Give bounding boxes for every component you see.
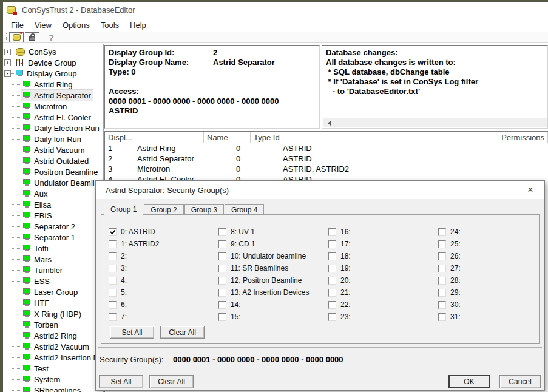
security-group-checkbox-row[interactable]: 6:: [109, 300, 218, 309]
checkbox[interactable]: [328, 277, 336, 285]
security-group-checkbox-row[interactable]: 1: ASTRID2: [109, 240, 218, 248]
security-group-checkbox-row[interactable]: 16:: [328, 228, 438, 236]
tab-set-all-button[interactable]: Set All: [110, 326, 154, 339]
checkbox[interactable]: [218, 289, 226, 297]
security-group-checkbox-row[interactable]: 24:: [438, 228, 548, 236]
checkbox[interactable]: [438, 265, 446, 272]
checkbox[interactable]: [328, 301, 336, 309]
tree-item[interactable]: Astrid Ring: [3, 79, 103, 90]
tree-item[interactable]: Astrid Outdated: [3, 155, 103, 166]
tree-item[interactable]: SRbeamlines: [3, 385, 103, 392]
checkbox[interactable]: [218, 228, 226, 236]
scroll-left-arrow-icon[interactable]: [325, 121, 331, 126]
security-group-checkbox-row[interactable]: 11: SR Beamlines: [218, 264, 328, 272]
group-tab[interactable]: Group 2: [144, 204, 183, 214]
security-group-checkbox-row[interactable]: 27:: [438, 264, 548, 272]
security-group-checkbox-row[interactable]: 30:: [438, 300, 548, 309]
tree-item[interactable]: + ConSys: [3, 46, 103, 57]
security-group-checkbox-row[interactable]: 19:: [328, 264, 438, 272]
tree-item[interactable]: Laser Group: [3, 286, 103, 297]
security-group-checkbox-row[interactable]: 0: ASTRID: [109, 228, 218, 236]
security-group-checkbox-row[interactable]: 12: Positron Beamline: [218, 276, 328, 285]
checkbox[interactable]: [328, 313, 336, 321]
column-header[interactable]: Permissions: [498, 132, 548, 143]
checkbox[interactable]: [218, 277, 226, 285]
tree-item[interactable]: + Device Group: [3, 57, 103, 68]
ok-button[interactable]: OK: [448, 375, 490, 388]
checkbox[interactable]: [328, 289, 336, 297]
security-group-checkbox-row[interactable]: 9: CD 1: [218, 240, 328, 248]
checkbox[interactable]: [218, 240, 226, 248]
tree-item[interactable]: System: [3, 374, 103, 385]
checkbox[interactable]: [438, 252, 446, 260]
security-group-checkbox-row[interactable]: 23:: [328, 313, 438, 321]
tree-expand-toggle[interactable]: +: [4, 59, 11, 66]
column-header[interactable]: Type Id: [251, 132, 498, 143]
security-group-checkbox-row[interactable]: 4:: [109, 276, 218, 285]
database-new-button[interactable]: *: [9, 32, 24, 42]
security-group-checkbox-row[interactable]: 26:: [438, 252, 548, 260]
security-group-checkbox-row[interactable]: 10: Undulator beamline: [218, 252, 328, 260]
column-header[interactable]: Displ...: [105, 132, 204, 143]
security-group-checkbox-row[interactable]: 14:: [218, 300, 328, 309]
checkbox[interactable]: [438, 313, 446, 321]
dialog-close-button[interactable]: ×: [523, 183, 538, 196]
checkbox[interactable]: [109, 252, 117, 260]
security-group-checkbox-row[interactable]: 3:: [109, 264, 218, 272]
tree-item[interactable]: Astrid2 Ring: [3, 330, 103, 341]
menu-item[interactable]: Options: [57, 19, 95, 31]
checkbox[interactable]: [218, 301, 226, 309]
security-group-checkbox-row[interactable]: 2:: [109, 252, 218, 260]
tree-item[interactable]: Daily Ion Run: [3, 133, 103, 144]
security-group-checkbox-row[interactable]: 21:: [328, 288, 438, 297]
menu-item[interactable]: Help: [124, 19, 152, 31]
group-tab[interactable]: Group 4: [225, 204, 264, 214]
security-group-checkbox-row[interactable]: 28:: [438, 276, 548, 285]
horizontal-scrollbar[interactable]: [323, 118, 547, 127]
security-group-checkbox-row[interactable]: 5:: [109, 288, 218, 297]
tree-item[interactable]: Torben: [3, 319, 103, 330]
tree-item[interactable]: Aux: [3, 188, 103, 199]
security-group-checkbox-row[interactable]: 8: UV 1: [218, 228, 328, 236]
toolbar-grip[interactable]: [5, 33, 7, 41]
checkbox[interactable]: [109, 240, 117, 248]
tree-item[interactable]: Test: [3, 363, 103, 374]
tree-item[interactable]: Astrid El. Cooler: [3, 112, 103, 123]
checkbox[interactable]: [218, 252, 226, 260]
menu-item[interactable]: Tools: [95, 19, 124, 31]
tree-item[interactable]: Undulator Beamline: [3, 177, 103, 188]
tree-item[interactable]: Elisa: [3, 199, 103, 210]
group-tab[interactable]: Group 1: [104, 203, 143, 215]
tree-expand-toggle[interactable]: +: [4, 49, 11, 55]
column-header[interactable]: Name: [204, 132, 251, 143]
tree-item[interactable]: HTF: [3, 297, 103, 308]
set-all-button[interactable]: Set All: [99, 375, 143, 388]
tree-item[interactable]: ESS: [3, 275, 103, 286]
security-group-checkbox-row[interactable]: 7:: [109, 313, 218, 321]
tree-item[interactable]: Microtron: [3, 101, 103, 112]
checkbox[interactable]: [109, 228, 117, 236]
cancel-button[interactable]: Cancel: [499, 375, 541, 388]
security-group-checkbox-row[interactable]: 22:: [328, 300, 438, 309]
security-group-checkbox-row[interactable]: 25:: [438, 240, 548, 248]
checkbox[interactable]: [328, 265, 336, 272]
tree-item[interactable]: - Display Group: [3, 68, 103, 79]
tree-item[interactable]: Astrid2 Insertion Devices: [3, 352, 103, 363]
security-group-checkbox-row[interactable]: 20:: [328, 276, 438, 285]
checkbox[interactable]: [109, 277, 117, 285]
security-group-checkbox-row[interactable]: 13: A2 Insertion Devices: [218, 288, 328, 297]
tree-item[interactable]: Astrid Separator: [3, 90, 103, 101]
checkbox[interactable]: [328, 228, 336, 236]
tree-item[interactable]: Mars: [3, 254, 103, 265]
menu-item[interactable]: File: [5, 19, 29, 31]
tree-item[interactable]: Daily Electron Run: [3, 123, 103, 133]
checkbox[interactable]: [438, 301, 446, 309]
security-group-checkbox-row[interactable]: 15:: [218, 313, 328, 321]
checkbox[interactable]: [218, 265, 226, 272]
menu-item[interactable]: View: [29, 19, 57, 31]
checkbox[interactable]: [328, 240, 336, 248]
checkbox[interactable]: [109, 289, 117, 297]
clear-all-button[interactable]: Clear All: [149, 375, 194, 388]
checkbox[interactable]: [438, 289, 446, 297]
security-group-checkbox-row[interactable]: 29:: [438, 288, 548, 297]
